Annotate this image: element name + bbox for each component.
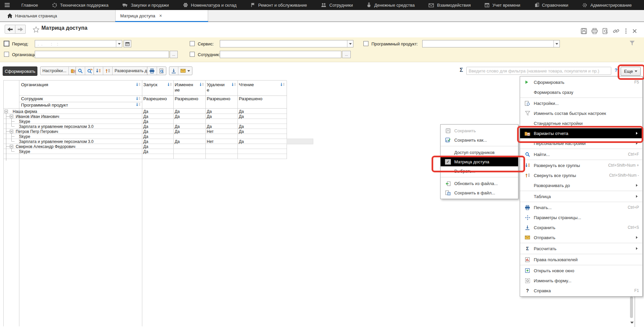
find-next-button[interactable] bbox=[85, 67, 95, 75]
menu-item-standard-settings[interactable]: Стандартные настройки bbox=[520, 118, 642, 128]
table-row[interactable]: Зарплата и управление персоналом 3.0ДаДа… bbox=[4, 124, 287, 129]
menu-item-find[interactable]: Найти...Ctrl+F bbox=[520, 149, 642, 159]
organization-input[interactable] bbox=[35, 51, 169, 58]
column-header-change[interactable]: Изменение bbox=[175, 82, 195, 93]
expand-all-groups-button[interactable] bbox=[94, 67, 103, 75]
menu-item-update-from-file[interactable]: Обновить из файла... bbox=[441, 179, 518, 188]
hamburger-menu-icon[interactable] bbox=[5, 3, 10, 7]
menu-item-variant-employee-access[interactable]: Доступ сотрудников bbox=[441, 148, 518, 157]
tab-access-matrix[interactable]: Матрица доступа × bbox=[115, 10, 208, 21]
menu-item-settings[interactable]: Настройки... bbox=[520, 98, 642, 108]
menu-item-expand-to[interactable]: Разворачивать до bbox=[520, 180, 642, 190]
menu-item-table[interactable]: Таблица bbox=[520, 191, 642, 201]
settings-button[interactable]: Настройки... bbox=[40, 67, 69, 75]
menu-item-save[interactable]: СохранитьCtrl+S bbox=[520, 222, 642, 232]
sort-icon[interactable] bbox=[136, 83, 141, 87]
menu-item-personal-settings[interactable]: Персональные настройки bbox=[520, 138, 642, 148]
period-input[interactable] bbox=[35, 40, 116, 47]
menu-money[interactable]: Денежные средства bbox=[360, 0, 422, 10]
employee-input[interactable] bbox=[220, 51, 341, 58]
print-preview-button[interactable] bbox=[157, 67, 166, 75]
send-report-button[interactable] bbox=[178, 67, 192, 75]
column-header-delete[interactable]: Удаление bbox=[207, 82, 227, 93]
filter-funnel-icon[interactable] bbox=[629, 40, 635, 46]
menu-item-print[interactable]: Печать...Ctrl+P bbox=[520, 202, 642, 212]
tab-home[interactable]: Начальная страница bbox=[3, 10, 62, 21]
table-row[interactable]: SkypeДа bbox=[4, 134, 287, 139]
employee-picker-button[interactable]: ... bbox=[342, 51, 351, 58]
favorite-star-icon[interactable] bbox=[33, 26, 39, 33]
sort-icon[interactable] bbox=[280, 83, 285, 87]
menu-item-report-variants[interactable]: Варианты отчета bbox=[520, 128, 642, 138]
product-input[interactable] bbox=[423, 40, 553, 47]
menu-time[interactable]: Учет времени bbox=[478, 0, 527, 10]
column-header-employee[interactable]: Сотрудник bbox=[21, 96, 43, 101]
collapse-all-groups-button[interactable] bbox=[103, 67, 113, 75]
menu-main[interactable]: Главное bbox=[14, 0, 45, 10]
save-report-button[interactable] bbox=[169, 67, 178, 75]
back-button[interactable] bbox=[5, 25, 15, 34]
menu-item-calculate[interactable]: Рассчитать bbox=[520, 243, 642, 254]
menu-purchases-sales[interactable]: Закупки и продажи bbox=[116, 0, 176, 10]
column-header-read[interactable]: Чтение bbox=[239, 82, 254, 87]
menu-repair[interactable]: Ремонт и обслуживание bbox=[244, 0, 314, 10]
vertical-scrollbar-thumb[interactable] bbox=[630, 297, 633, 318]
table-row[interactable]: Иванов Иван ИвановичДаДаДаДа bbox=[4, 114, 287, 119]
organization-picker-button[interactable]: ... bbox=[170, 51, 178, 58]
menu-item-save-to-file[interactable]: Сохранить в файл... bbox=[441, 188, 518, 197]
menu-item-help[interactable]: СправкаF1 bbox=[520, 286, 642, 296]
sort-icon[interactable] bbox=[231, 83, 236, 87]
menu-item-page-setup[interactable]: Параметры страницы... bbox=[520, 212, 642, 222]
service-dropdown-icon[interactable] bbox=[347, 40, 353, 47]
save-icon[interactable] bbox=[581, 28, 587, 34]
menu-item-user-rights[interactable]: Права пользователей bbox=[520, 255, 642, 265]
menu-stock[interactable]: Номенклатура и склад bbox=[176, 0, 244, 10]
selected-cell[interactable] bbox=[287, 139, 313, 144]
table-row[interactable]: SkypeДа bbox=[4, 119, 287, 124]
kebab-menu-icon[interactable] bbox=[623, 28, 629, 34]
table-row[interactable]: Смирнов Александр ФедоровичДа bbox=[4, 144, 287, 149]
column-header-product[interactable]: Программный продукт bbox=[21, 103, 68, 108]
employee-checkbox[interactable] bbox=[190, 52, 195, 57]
print-button[interactable] bbox=[147, 67, 157, 75]
preview-icon[interactable] bbox=[602, 28, 609, 34]
menu-tech-support[interactable]: Техническая поддержка bbox=[45, 0, 116, 10]
service-checkbox[interactable] bbox=[190, 41, 195, 46]
sort-icon[interactable] bbox=[136, 97, 141, 101]
product-dropdown-icon[interactable] bbox=[553, 40, 559, 47]
menu-employees[interactable]: Сотрудники bbox=[314, 0, 360, 10]
menu-item-variant-choose[interactable]: Выбрать... bbox=[441, 166, 518, 176]
scrollbar-down-icon[interactable] bbox=[630, 322, 634, 325]
link-icon[interactable] bbox=[613, 28, 619, 34]
table-row[interactable]: Петров Петр ПетровичДаДаНетДа bbox=[4, 129, 287, 134]
forward-button[interactable] bbox=[15, 25, 26, 34]
period-checkbox[interactable] bbox=[4, 41, 9, 46]
product-checkbox[interactable] bbox=[363, 41, 368, 46]
menu-item-open-new-window[interactable]: Открыть новое окно bbox=[520, 266, 642, 276]
column-header-organization[interactable]: Организация bbox=[21, 82, 48, 87]
menu-item-expand-all[interactable]: Развернуть все группыCtrl+Shift+Num + bbox=[520, 160, 642, 170]
period-calendar-button[interactable] bbox=[124, 40, 131, 47]
close-window-icon[interactable] bbox=[631, 28, 638, 34]
menu-item-generate[interactable]: СформироватьF5 bbox=[520, 77, 642, 87]
sort-icon[interactable] bbox=[167, 83, 172, 87]
table-filter-input[interactable] bbox=[466, 67, 611, 75]
column-header-launch[interactable]: Запуск bbox=[143, 82, 157, 87]
sort-icon[interactable] bbox=[136, 103, 141, 107]
menu-references[interactable]: Справочники bbox=[527, 0, 576, 10]
table-row[interactable]: SkypeДа bbox=[4, 149, 287, 154]
menu-item-send[interactable]: Отправить bbox=[520, 232, 642, 242]
help-icon[interactable]: ? bbox=[615, 67, 618, 73]
menu-item-variant-access-matrix[interactable]: Матрица доступа bbox=[441, 157, 518, 166]
table-row[interactable]: Наша фирмаДаДаДаДа bbox=[4, 109, 287, 114]
menu-interactions[interactable]: Взаимодействия bbox=[422, 0, 478, 10]
menu-item-collapse-all[interactable]: Свернуть все группыCtrl+Shift+Num - bbox=[520, 170, 642, 180]
sort-icon[interactable] bbox=[199, 83, 204, 87]
tree-expanders[interactable] bbox=[4, 109, 22, 161]
menu-item-change-form[interactable]: Изменить форму... bbox=[520, 276, 642, 286]
generate-button[interactable]: Сформировать bbox=[3, 66, 37, 76]
menu-item-generate-immediately[interactable]: Формировать сразу bbox=[520, 87, 642, 97]
find-button[interactable] bbox=[76, 67, 85, 75]
menu-item-quick-settings[interactable]: Изменить состав быстрых настроек bbox=[520, 108, 642, 118]
tab-close-icon[interactable]: × bbox=[159, 13, 162, 18]
